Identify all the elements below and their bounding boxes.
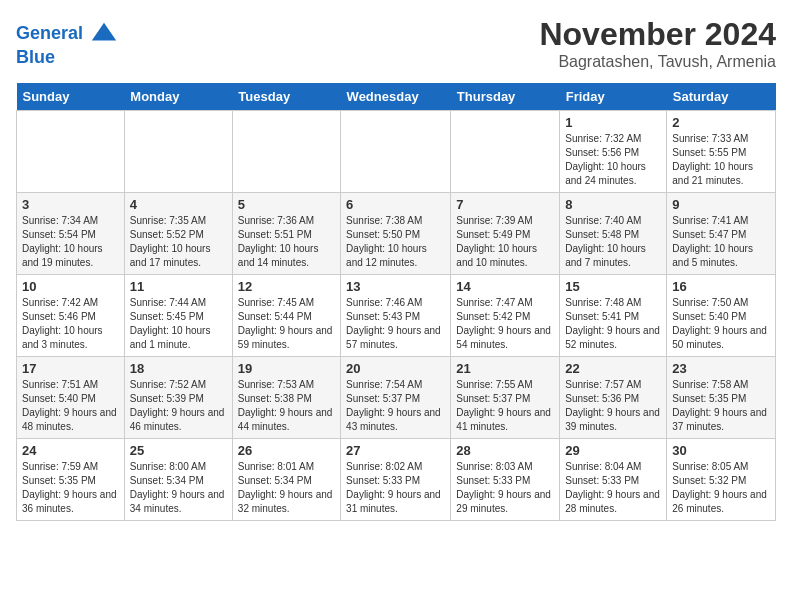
day-of-week-header: Wednesday [341, 83, 451, 111]
day-number: 11 [130, 279, 227, 294]
svg-marker-0 [92, 23, 116, 41]
day-number: 21 [456, 361, 554, 376]
calendar-week-row: 10Sunrise: 7:42 AM Sunset: 5:46 PM Dayli… [17, 275, 776, 357]
calendar-cell: 21Sunrise: 7:55 AM Sunset: 5:37 PM Dayli… [451, 357, 560, 439]
day-info: Sunrise: 7:42 AM Sunset: 5:46 PM Dayligh… [22, 296, 119, 352]
calendar-cell: 17Sunrise: 7:51 AM Sunset: 5:40 PM Dayli… [17, 357, 125, 439]
day-of-week-header: Tuesday [232, 83, 340, 111]
day-info: Sunrise: 7:34 AM Sunset: 5:54 PM Dayligh… [22, 214, 119, 270]
calendar-table: SundayMondayTuesdayWednesdayThursdayFrid… [16, 83, 776, 521]
day-info: Sunrise: 7:41 AM Sunset: 5:47 PM Dayligh… [672, 214, 770, 270]
day-number: 2 [672, 115, 770, 130]
day-number: 29 [565, 443, 661, 458]
calendar-cell: 28Sunrise: 8:03 AM Sunset: 5:33 PM Dayli… [451, 439, 560, 521]
day-number: 5 [238, 197, 335, 212]
calendar-cell: 16Sunrise: 7:50 AM Sunset: 5:40 PM Dayli… [667, 275, 776, 357]
logo-text: General [16, 20, 118, 48]
day-info: Sunrise: 7:52 AM Sunset: 5:39 PM Dayligh… [130, 378, 227, 434]
day-number: 25 [130, 443, 227, 458]
calendar-cell: 30Sunrise: 8:05 AM Sunset: 5:32 PM Dayli… [667, 439, 776, 521]
month-title: November 2024 [539, 16, 776, 53]
day-info: Sunrise: 8:01 AM Sunset: 5:34 PM Dayligh… [238, 460, 335, 516]
calendar-cell [451, 111, 560, 193]
day-number: 24 [22, 443, 119, 458]
calendar-week-row: 1Sunrise: 7:32 AM Sunset: 5:56 PM Daylig… [17, 111, 776, 193]
day-number: 10 [22, 279, 119, 294]
calendar-cell: 19Sunrise: 7:53 AM Sunset: 5:38 PM Dayli… [232, 357, 340, 439]
day-number: 27 [346, 443, 445, 458]
day-info: Sunrise: 7:32 AM Sunset: 5:56 PM Dayligh… [565, 132, 661, 188]
calendar-cell [17, 111, 125, 193]
calendar-cell [124, 111, 232, 193]
day-info: Sunrise: 7:38 AM Sunset: 5:50 PM Dayligh… [346, 214, 445, 270]
day-number: 23 [672, 361, 770, 376]
day-info: Sunrise: 7:57 AM Sunset: 5:36 PM Dayligh… [565, 378, 661, 434]
logo-text2: Blue [16, 48, 118, 68]
day-number: 16 [672, 279, 770, 294]
day-number: 17 [22, 361, 119, 376]
calendar-cell: 10Sunrise: 7:42 AM Sunset: 5:46 PM Dayli… [17, 275, 125, 357]
location-subtitle: Bagratashen, Tavush, Armenia [539, 53, 776, 71]
calendar-cell: 9Sunrise: 7:41 AM Sunset: 5:47 PM Daylig… [667, 193, 776, 275]
day-of-week-header: Monday [124, 83, 232, 111]
calendar-cell: 14Sunrise: 7:47 AM Sunset: 5:42 PM Dayli… [451, 275, 560, 357]
calendar-cell: 23Sunrise: 7:58 AM Sunset: 5:35 PM Dayli… [667, 357, 776, 439]
calendar-cell: 18Sunrise: 7:52 AM Sunset: 5:39 PM Dayli… [124, 357, 232, 439]
day-info: Sunrise: 7:51 AM Sunset: 5:40 PM Dayligh… [22, 378, 119, 434]
day-number: 19 [238, 361, 335, 376]
calendar-cell: 6Sunrise: 7:38 AM Sunset: 5:50 PM Daylig… [341, 193, 451, 275]
calendar-cell: 4Sunrise: 7:35 AM Sunset: 5:52 PM Daylig… [124, 193, 232, 275]
calendar-cell: 24Sunrise: 7:59 AM Sunset: 5:35 PM Dayli… [17, 439, 125, 521]
day-info: Sunrise: 7:36 AM Sunset: 5:51 PM Dayligh… [238, 214, 335, 270]
calendar-week-row: 3Sunrise: 7:34 AM Sunset: 5:54 PM Daylig… [17, 193, 776, 275]
logo: General Blue [16, 20, 118, 68]
day-number: 7 [456, 197, 554, 212]
day-info: Sunrise: 8:03 AM Sunset: 5:33 PM Dayligh… [456, 460, 554, 516]
calendar-body: 1Sunrise: 7:32 AM Sunset: 5:56 PM Daylig… [17, 111, 776, 521]
day-info: Sunrise: 7:55 AM Sunset: 5:37 PM Dayligh… [456, 378, 554, 434]
calendar-cell [232, 111, 340, 193]
day-info: Sunrise: 7:45 AM Sunset: 5:44 PM Dayligh… [238, 296, 335, 352]
calendar-cell: 7Sunrise: 7:39 AM Sunset: 5:49 PM Daylig… [451, 193, 560, 275]
day-info: Sunrise: 7:59 AM Sunset: 5:35 PM Dayligh… [22, 460, 119, 516]
calendar-cell: 3Sunrise: 7:34 AM Sunset: 5:54 PM Daylig… [17, 193, 125, 275]
day-number: 14 [456, 279, 554, 294]
calendar-cell: 29Sunrise: 8:04 AM Sunset: 5:33 PM Dayli… [560, 439, 667, 521]
calendar-cell: 2Sunrise: 7:33 AM Sunset: 5:55 PM Daylig… [667, 111, 776, 193]
day-number: 18 [130, 361, 227, 376]
day-info: Sunrise: 7:53 AM Sunset: 5:38 PM Dayligh… [238, 378, 335, 434]
day-number: 13 [346, 279, 445, 294]
day-info: Sunrise: 8:02 AM Sunset: 5:33 PM Dayligh… [346, 460, 445, 516]
day-info: Sunrise: 7:35 AM Sunset: 5:52 PM Dayligh… [130, 214, 227, 270]
day-info: Sunrise: 7:39 AM Sunset: 5:49 PM Dayligh… [456, 214, 554, 270]
day-info: Sunrise: 7:58 AM Sunset: 5:35 PM Dayligh… [672, 378, 770, 434]
calendar-cell: 25Sunrise: 8:00 AM Sunset: 5:34 PM Dayli… [124, 439, 232, 521]
calendar-cell: 26Sunrise: 8:01 AM Sunset: 5:34 PM Dayli… [232, 439, 340, 521]
day-number: 20 [346, 361, 445, 376]
day-info: Sunrise: 7:47 AM Sunset: 5:42 PM Dayligh… [456, 296, 554, 352]
day-info: Sunrise: 7:46 AM Sunset: 5:43 PM Dayligh… [346, 296, 445, 352]
page-header: General Blue November 2024 Bagratashen, … [16, 16, 776, 71]
calendar-cell: 15Sunrise: 7:48 AM Sunset: 5:41 PM Dayli… [560, 275, 667, 357]
calendar-cell: 27Sunrise: 8:02 AM Sunset: 5:33 PM Dayli… [341, 439, 451, 521]
day-of-week-header: Sunday [17, 83, 125, 111]
day-number: 26 [238, 443, 335, 458]
calendar-cell: 12Sunrise: 7:45 AM Sunset: 5:44 PM Dayli… [232, 275, 340, 357]
day-of-week-header: Saturday [667, 83, 776, 111]
calendar-header-row: SundayMondayTuesdayWednesdayThursdayFrid… [17, 83, 776, 111]
day-number: 1 [565, 115, 661, 130]
day-info: Sunrise: 7:33 AM Sunset: 5:55 PM Dayligh… [672, 132, 770, 188]
calendar-cell: 1Sunrise: 7:32 AM Sunset: 5:56 PM Daylig… [560, 111, 667, 193]
calendar-cell: 22Sunrise: 7:57 AM Sunset: 5:36 PM Dayli… [560, 357, 667, 439]
day-number: 8 [565, 197, 661, 212]
title-area: November 2024 Bagratashen, Tavush, Armen… [539, 16, 776, 71]
calendar-cell: 11Sunrise: 7:44 AM Sunset: 5:45 PM Dayli… [124, 275, 232, 357]
day-of-week-header: Thursday [451, 83, 560, 111]
day-info: Sunrise: 7:44 AM Sunset: 5:45 PM Dayligh… [130, 296, 227, 352]
day-number: 22 [565, 361, 661, 376]
day-info: Sunrise: 8:04 AM Sunset: 5:33 PM Dayligh… [565, 460, 661, 516]
calendar-cell: 13Sunrise: 7:46 AM Sunset: 5:43 PM Dayli… [341, 275, 451, 357]
day-number: 9 [672, 197, 770, 212]
day-number: 12 [238, 279, 335, 294]
day-number: 3 [22, 197, 119, 212]
